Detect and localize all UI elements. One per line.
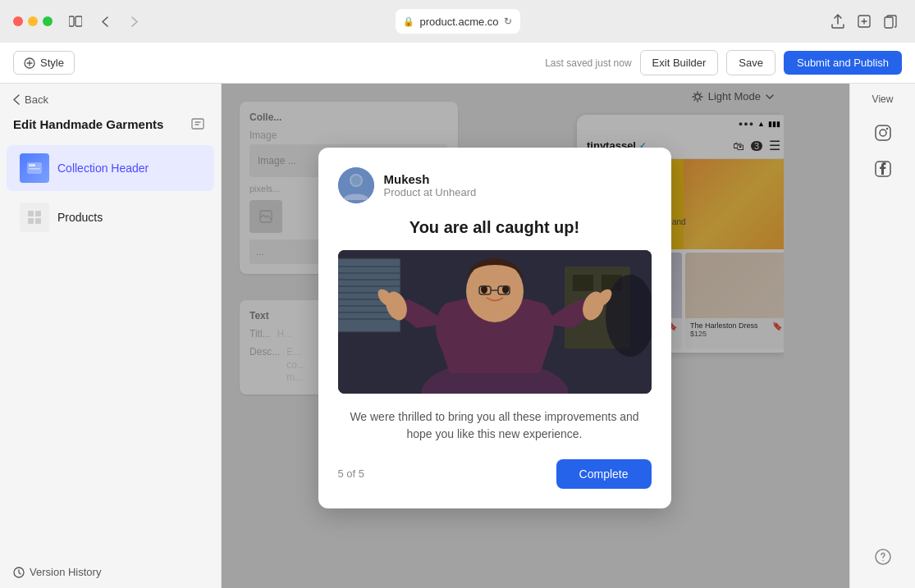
version-history-label: Version History <box>30 566 101 578</box>
svg-rect-12 <box>35 218 41 224</box>
svg-rect-10 <box>35 211 41 217</box>
modal-overlay: Mukesh Product at Unheard You are all ca… <box>222 84 849 588</box>
exit-builder-button[interactable]: Exit Builder <box>640 50 719 75</box>
collection-header-label: Collection Header <box>57 162 149 175</box>
modal-body-text: We were thrilled to bring you all these … <box>338 408 652 443</box>
help-icon-area <box>868 542 898 578</box>
sidebar-item-products[interactable]: Products <box>7 194 214 240</box>
view-label: View <box>872 93 894 105</box>
app-toolbar: Style Last saved just now Exit Builder S… <box>0 43 915 84</box>
style-label: Style <box>40 57 64 69</box>
last-saved-text: Last saved just now <box>545 57 631 69</box>
modal-complete-button[interactable]: Complete <box>556 459 652 489</box>
traffic-light-red[interactable] <box>13 16 23 26</box>
traffic-lights <box>13 16 53 26</box>
help-icon[interactable] <box>868 542 898 572</box>
sidebar-title: Edit Handmade Garments <box>13 117 163 131</box>
modal-step-indicator: 5 of 5 <box>338 467 365 480</box>
modal-footer: 5 of 5 Complete <box>338 459 652 489</box>
sidebar-item-collection-header[interactable]: Collection Header <box>7 145 214 191</box>
lock-icon: 🔒 <box>403 16 414 27</box>
version-history-button[interactable]: Version History <box>0 556 221 588</box>
left-sidebar: Back Edit Handmade Garments Collection H… <box>0 84 222 588</box>
style-button[interactable]: Style <box>13 51 75 75</box>
browser-titlebar: 🔒 product.acme.co ↻ <box>0 0 915 43</box>
toolbar-right: Last saved just now Exit Builder Save Su… <box>545 50 902 75</box>
traffic-light-yellow[interactable] <box>28 16 38 26</box>
svg-rect-46 <box>876 125 890 140</box>
address-bar[interactable]: 🔒 product.acme.co ↻ <box>395 9 519 34</box>
submit-publish-button[interactable]: Submit and Publish <box>784 51 902 75</box>
browser-actions <box>826 10 902 33</box>
modal-headline: You are all caught up! <box>338 218 652 237</box>
svg-rect-0 <box>69 16 74 26</box>
svg-point-48 <box>885 128 887 130</box>
instagram-icon[interactable] <box>868 118 898 148</box>
copy-button[interactable] <box>879 10 902 33</box>
editor-area: Colle... Image Image ... pixels... ... T… <box>222 84 849 588</box>
svg-point-18 <box>351 175 361 185</box>
right-panel: View <box>849 84 915 588</box>
sidebar-toggle-button[interactable] <box>64 10 87 33</box>
svg-rect-11 <box>28 218 34 224</box>
url-text: product.acme.co <box>419 16 498 28</box>
svg-rect-8 <box>29 168 40 170</box>
products-label: Products <box>57 211 103 224</box>
browser-chrome: 🔒 product.acme.co ↻ <box>0 0 915 43</box>
browser-forward-button[interactable] <box>123 10 146 33</box>
sidebar-title-icon[interactable] <box>188 114 208 134</box>
svg-rect-9 <box>28 211 34 217</box>
svg-point-51 <box>882 560 884 562</box>
refresh-icon[interactable]: ↻ <box>504 16 512 27</box>
collection-header-thumb <box>20 153 49 183</box>
sidebar-back-button[interactable]: Back <box>0 84 221 111</box>
sidebar-title-row: Edit Handmade Garments <box>0 111 221 144</box>
modal-user-name: Mukesh <box>384 172 477 186</box>
traffic-light-green[interactable] <box>43 16 53 26</box>
svg-rect-1 <box>75 16 82 26</box>
modal-user-title: Product at Unheard <box>384 186 477 198</box>
modal-user-row: Mukesh Product at Unheard <box>338 167 652 203</box>
browser-back-button[interactable] <box>94 10 117 33</box>
modal-image <box>338 250 652 394</box>
products-thumb <box>20 203 49 232</box>
facebook-icon[interactable] <box>868 154 898 184</box>
svg-rect-7 <box>29 164 35 166</box>
share-button[interactable] <box>826 10 849 33</box>
svg-rect-3 <box>885 17 893 28</box>
modal-avatar <box>338 167 374 203</box>
svg-rect-32 <box>573 275 593 291</box>
new-tab-button[interactable] <box>853 10 876 33</box>
modal: Mukesh Product at Unheard You are all ca… <box>318 148 671 508</box>
modal-user-info: Mukesh Product at Unheard <box>384 172 477 198</box>
svg-point-47 <box>880 130 886 136</box>
save-button[interactable]: Save <box>726 50 775 75</box>
back-label: Back <box>25 93 48 106</box>
svg-rect-5 <box>192 119 204 129</box>
main-content: Back Edit Handmade Garments Collection H… <box>0 84 915 588</box>
